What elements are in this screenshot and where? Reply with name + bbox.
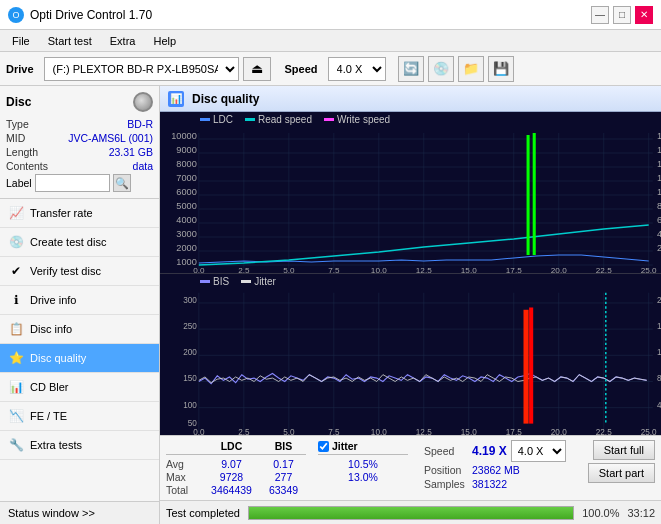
avg-ldc: 9.07 <box>204 458 259 470</box>
time-text: 33:12 <box>627 507 655 519</box>
svg-text:12%: 12% <box>657 347 661 358</box>
svg-text:8x: 8x <box>657 201 661 211</box>
sidebar-item-disc-quality[interactable]: ⭐ Disc quality <box>0 344 159 373</box>
svg-text:10.0: 10.0 <box>371 427 387 435</box>
samples-value: 381322 <box>472 478 507 490</box>
disc-label-input[interactable] <box>35 174 110 192</box>
svg-text:15.0: 15.0 <box>461 266 477 273</box>
svg-text:17.5: 17.5 <box>506 427 522 435</box>
status-window-button[interactable]: Status window >> <box>0 501 159 524</box>
sidebar-item-transfer-rate[interactable]: 📈 Transfer rate <box>0 199 159 228</box>
svg-text:250: 250 <box>183 321 197 332</box>
drive-icon-save[interactable]: 💾 <box>488 56 514 82</box>
drive-icon-2[interactable]: 💿 <box>428 56 454 82</box>
bis-dot <box>200 280 210 283</box>
start-full-button[interactable]: Start full <box>593 440 655 460</box>
window-controls: — □ ✕ <box>591 6 653 24</box>
svg-rect-54 <box>160 287 661 435</box>
svg-text:15.0: 15.0 <box>461 427 477 435</box>
disc-icon <box>133 92 153 112</box>
total-bis: 63349 <box>261 484 306 496</box>
position-label: Position <box>424 464 468 476</box>
bottom-bar: Test completed 100.0% 33:12 <box>160 500 661 524</box>
sidebar-item-drive-info[interactable]: ℹ Drive info <box>0 286 159 315</box>
drive-icon-3[interactable]: 📁 <box>458 56 484 82</box>
svg-text:12.5: 12.5 <box>416 266 432 273</box>
total-ldc: 3464439 <box>204 484 259 496</box>
sidebar-item-extra-tests[interactable]: 🔧 Extra tests <box>0 431 159 460</box>
fe-te-icon: 📉 <box>8 408 24 424</box>
bis-legend: BIS <box>200 276 229 287</box>
progress-bar-fill <box>249 507 573 519</box>
position-value: 23862 MB <box>472 464 520 476</box>
svg-text:25.0: 25.0 <box>641 266 657 273</box>
menu-bar: File Start test Extra Help <box>0 30 661 52</box>
lower-legend: BIS Jitter <box>160 274 661 287</box>
disc-quality-icon: ⭐ <box>8 350 24 366</box>
drive-toolbar: 🔄 💿 📁 💾 <box>398 56 514 82</box>
eject-button[interactable]: ⏏ <box>243 57 271 81</box>
svg-text:10x: 10x <box>657 187 661 197</box>
write-speed-dot <box>324 118 334 121</box>
chart-header: 📊 Disc quality <box>160 86 661 112</box>
app-icon: O <box>8 7 24 23</box>
stats-main-row: LDC BIS Avg 9.07 0.17 Max 9728 277 <box>166 440 655 496</box>
sidebar-item-verify-test-disc[interactable]: ✔ Verify test disc <box>0 257 159 286</box>
transfer-rate-icon: 📈 <box>8 205 24 221</box>
total-label: Total <box>166 484 202 496</box>
start-buttons: Start full Start part <box>588 440 655 483</box>
menu-start-test[interactable]: Start test <box>40 33 100 49</box>
speed-dropdown[interactable]: 4.0 X <box>511 440 566 462</box>
upper-chart: 10000 9000 8000 7000 6000 5000 4000 3000… <box>160 125 661 274</box>
svg-text:16x: 16x <box>657 145 661 155</box>
svg-text:0.0: 0.0 <box>193 266 205 273</box>
svg-text:8%: 8% <box>657 373 661 384</box>
svg-text:2000: 2000 <box>176 243 196 253</box>
svg-text:200: 200 <box>183 347 197 358</box>
extra-tests-icon: 🔧 <box>8 437 24 453</box>
svg-text:17.5: 17.5 <box>506 266 522 273</box>
sidebar-item-disc-info[interactable]: 📋 Disc info <box>0 315 159 344</box>
chart-title: Disc quality <box>192 92 259 106</box>
label-icon-button[interactable]: 🔍 <box>113 174 131 192</box>
sidebar-item-fe-te[interactable]: 📉 FE / TE <box>0 402 159 431</box>
svg-text:4x: 4x <box>657 229 661 239</box>
avg-label: Avg <box>166 458 202 470</box>
max-jitter: 13.0% <box>318 471 408 483</box>
main-area: Disc Type BD-R MID JVC-AMS6L (001) Lengt… <box>0 86 661 524</box>
menu-help[interactable]: Help <box>145 33 184 49</box>
speed-static-label: Speed <box>424 445 468 457</box>
cd-bler-icon: 📊 <box>8 379 24 395</box>
svg-text:22.5: 22.5 <box>596 427 612 435</box>
svg-text:0.0: 0.0 <box>193 427 205 435</box>
close-button[interactable]: ✕ <box>635 6 653 24</box>
disc-contents-field: Contents data <box>6 160 153 172</box>
jitter-legend: Jitter <box>241 276 276 287</box>
svg-text:16%: 16% <box>657 321 661 332</box>
svg-text:6000: 6000 <box>176 187 196 197</box>
sidebar-item-cd-bler[interactable]: 📊 CD Bler <box>0 373 159 402</box>
svg-text:12x: 12x <box>657 173 661 183</box>
progress-percent: 100.0% <box>582 507 619 519</box>
menu-extra[interactable]: Extra <box>102 33 144 49</box>
start-part-button[interactable]: Start part <box>588 463 655 483</box>
svg-text:4000: 4000 <box>176 215 196 225</box>
svg-text:2x: 2x <box>657 243 661 253</box>
speed-select[interactable]: 4.0 X <box>328 57 386 81</box>
menu-file[interactable]: File <box>4 33 38 49</box>
write-speed-legend: Write speed <box>324 114 390 125</box>
svg-text:300: 300 <box>183 295 197 306</box>
drive-select[interactable]: (F:) PLEXTOR BD-R PX-LB950SA 1.06 <box>44 57 239 81</box>
drive-icon-1[interactable]: 🔄 <box>398 56 424 82</box>
svg-text:7000: 7000 <box>176 173 196 183</box>
upper-legend: LDC Read speed Write speed <box>160 112 661 125</box>
jitter-checkbox[interactable] <box>318 441 329 452</box>
svg-text:14x: 14x <box>657 159 661 169</box>
svg-text:3000: 3000 <box>176 229 196 239</box>
minimize-button[interactable]: — <box>591 6 609 24</box>
sidebar-item-create-test-disc[interactable]: 💿 Create test disc <box>0 228 159 257</box>
svg-text:5.0: 5.0 <box>283 266 295 273</box>
ldc-dot <box>200 118 210 121</box>
read-speed-dot <box>245 118 255 121</box>
maximize-button[interactable]: □ <box>613 6 631 24</box>
